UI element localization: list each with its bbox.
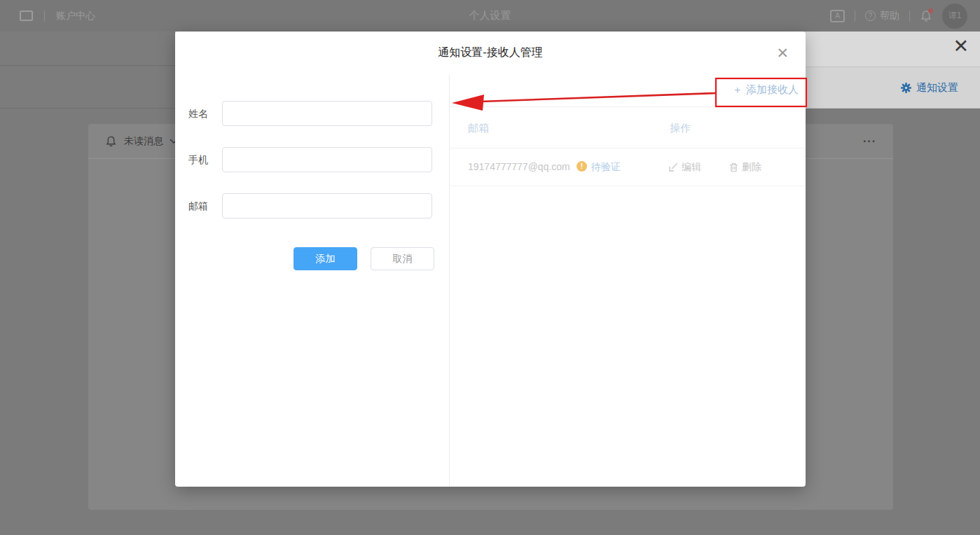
- add-recipient-label: 添加接收人: [746, 83, 799, 97]
- phone-field[interactable]: [222, 147, 432, 172]
- table-row: 19174777777@qq.com ! 待验证 编辑 删除: [450, 148, 806, 186]
- trash-icon: [729, 162, 738, 172]
- bell-icon: [105, 135, 117, 148]
- divider: [855, 11, 855, 22]
- gear-icon: [901, 83, 911, 93]
- cancel-button[interactable]: 取消: [371, 247, 434, 270]
- phone-label: 手机: [188, 154, 208, 167]
- edit-label: 编辑: [682, 161, 701, 174]
- status-badge: 待验证: [591, 161, 621, 174]
- email-field[interactable]: [222, 193, 432, 218]
- recipient-email: 19174777777@qq.com: [468, 161, 570, 172]
- column-action: 操作: [670, 122, 691, 135]
- notification-bell-icon[interactable]: [920, 10, 932, 22]
- avatar[interactable]: 谭1: [942, 4, 967, 29]
- unread-messages-title: 未读消息: [124, 135, 163, 148]
- recipient-management-modal: 通知设置-接收人管理 ✕ 姓名 手机 邮箱 添加 取消 ＋ 添加接收人 邮箱: [175, 32, 806, 487]
- app-logo-icon[interactable]: [20, 11, 33, 21]
- divider: [909, 11, 910, 22]
- delete-button[interactable]: 删除: [729, 161, 761, 174]
- recipient-list-pane: ＋ 添加接收人 邮箱 操作 19174777777@qq.com ! 待验证 编…: [449, 74, 806, 487]
- more-icon[interactable]: ···: [863, 135, 876, 148]
- help-label: 帮助: [880, 10, 899, 22]
- name-field[interactable]: [222, 101, 432, 126]
- email-label: 邮箱: [188, 200, 208, 213]
- notification-badge: [928, 8, 933, 13]
- pencil-icon: [668, 162, 678, 172]
- table-header: 邮箱 操作: [450, 107, 806, 148]
- plus-icon: ＋: [732, 83, 743, 97]
- edit-button[interactable]: 编辑: [668, 161, 701, 174]
- language-icon[interactable]: A: [830, 10, 845, 22]
- warning-icon: !: [577, 161, 587, 172]
- column-email: 邮箱: [468, 122, 489, 135]
- breadcrumb[interactable]: 账户中心: [56, 10, 95, 22]
- add-submit-button[interactable]: 添加: [294, 247, 357, 270]
- help-button[interactable]: ? 帮助: [865, 10, 899, 22]
- add-recipient-form: 姓名 手机 邮箱 添加 取消: [175, 74, 449, 487]
- modal-mask: [0, 32, 175, 109]
- delete-label: 删除: [742, 161, 761, 174]
- divider: [44, 11, 45, 22]
- question-icon: ?: [865, 11, 876, 21]
- panel-close-icon[interactable]: ✕: [953, 37, 969, 56]
- notification-settings-button[interactable]: 通知设置: [901, 81, 958, 95]
- add-recipient-button[interactable]: ＋ 添加接收人: [732, 83, 799, 97]
- modal-close-icon[interactable]: ✕: [776, 46, 789, 60]
- name-label: 姓名: [188, 108, 208, 120]
- top-navigation-bar: 账户中心 个人设置 A ? 帮助 谭1: [0, 0, 980, 32]
- modal-title: 通知设置-接收人管理: [438, 46, 542, 60]
- notification-settings-label: 通知设置: [916, 81, 958, 95]
